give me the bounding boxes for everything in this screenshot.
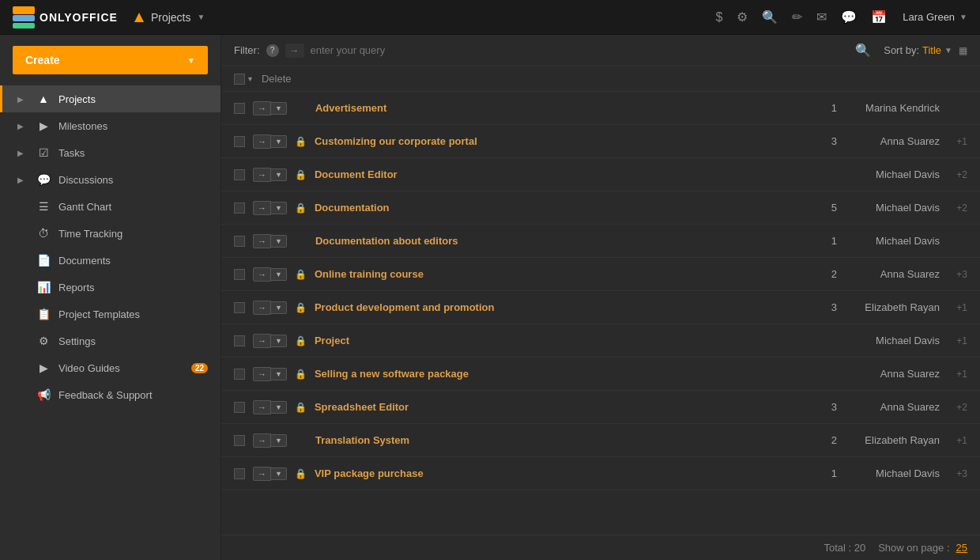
- row-checkbox[interactable]: [234, 202, 245, 214]
- edit-icon[interactable]: ✏: [792, 9, 802, 25]
- row-menu-button[interactable]: ▼: [271, 202, 287, 214]
- row-goto-button[interactable]: →: [253, 101, 271, 115]
- row-actions: → ▼: [253, 101, 287, 115]
- sidebar-item-reports[interactable]: 📊 Reports: [0, 274, 220, 301]
- filter-arrow-btn[interactable]: →: [285, 44, 304, 58]
- project-name[interactable]: Project: [315, 335, 805, 346]
- filter-input[interactable]: [311, 44, 850, 56]
- project-name[interactable]: Spreadsheet Editor: [315, 401, 805, 413]
- row-checkbox[interactable]: [234, 369, 245, 380]
- project-name[interactable]: Translation System: [315, 434, 805, 446]
- row-checkbox[interactable]: [234, 236, 245, 247]
- row-checkbox[interactable]: [234, 269, 245, 280]
- lock-icon: 🔒: [295, 369, 307, 380]
- project-row[interactable]: → ▼ 🔒Product development and promotion3E…: [221, 291, 980, 324]
- project-name[interactable]: Document Editor: [315, 168, 805, 180]
- row-goto-button[interactable]: →: [253, 134, 271, 149]
- sort-dropdown-arrow[interactable]: ▼: [944, 46, 952, 55]
- calendar-icon[interactable]: 📅: [871, 9, 887, 25]
- delete-button[interactable]: Delete: [262, 73, 292, 85]
- select-all-dropdown[interactable]: ▼: [247, 75, 254, 83]
- create-button[interactable]: Create ▼: [13, 46, 208, 74]
- row-goto-button[interactable]: →: [253, 301, 271, 315]
- chat-icon[interactable]: 💬: [841, 9, 857, 25]
- extra-count: +3: [948, 269, 967, 280]
- row-checkbox[interactable]: [234, 435, 245, 446]
- project-name[interactable]: Selling a new software package: [315, 368, 805, 380]
- row-checkbox[interactable]: [234, 169, 245, 180]
- sidebar-item-feedback[interactable]: 📢 Feedback & Support: [0, 381, 220, 408]
- row-goto-button[interactable]: →: [253, 168, 271, 182]
- page-count[interactable]: 25: [956, 542, 967, 554]
- row-checkbox[interactable]: [234, 103, 245, 114]
- row-menu-button[interactable]: ▼: [271, 268, 287, 281]
- select-all-checkbox[interactable]: [234, 74, 245, 85]
- row-menu-button[interactable]: ▼: [271, 368, 287, 380]
- settings-icon[interactable]: ⚙: [737, 9, 748, 25]
- nav-projects-button[interactable]: Projects ▼: [134, 11, 205, 24]
- row-goto-button[interactable]: →: [253, 267, 271, 282]
- project-row[interactable]: → ▼ Translation System2Elizabeth Rayan+1: [221, 424, 980, 457]
- sidebar-item-documents[interactable]: 📄 Documents: [0, 247, 220, 274]
- sidebar-item-projects[interactable]: ▶ ▲ Projects: [0, 85, 220, 112]
- row-goto-button[interactable]: →: [253, 433, 271, 448]
- row-goto-button[interactable]: →: [253, 234, 271, 248]
- sidebar-item-time-tracking[interactable]: ⏱ Time Tracking: [0, 220, 220, 247]
- sidebar-item-milestones[interactable]: ▶ ▶ Milestones: [0, 112, 220, 139]
- sidebar-item-gantt[interactable]: ☰ Gantt Chart: [0, 193, 220, 220]
- project-row[interactable]: → ▼ 🔒Document EditorMichael Davis+2: [221, 158, 980, 191]
- filter-help-icon[interactable]: ?: [266, 44, 279, 57]
- mail-icon[interactable]: ✉: [816, 9, 827, 25]
- sidebar-item-project-templates[interactable]: 📋 Project Templates: [0, 301, 220, 327]
- project-row[interactable]: → ▼ 🔒Selling a new software packageAnna …: [221, 358, 980, 391]
- project-name[interactable]: Online training course: [315, 268, 805, 280]
- project-row[interactable]: → ▼ 🔒Spreadsheet Editor3Anna Suarez+2: [221, 391, 980, 424]
- user-area[interactable]: Lara Green ▼: [903, 11, 967, 23]
- row-menu-button[interactable]: ▼: [271, 102, 287, 115]
- project-row[interactable]: → ▼ 🔒Online training course2Anna Suarez+…: [221, 258, 980, 291]
- row-goto-button[interactable]: →: [253, 334, 271, 348]
- project-name[interactable]: Documentation about editors: [315, 235, 805, 247]
- row-menu-button[interactable]: ▼: [271, 135, 287, 148]
- row-goto-button[interactable]: →: [253, 400, 271, 414]
- dollar-icon[interactable]: $: [715, 10, 722, 25]
- row-menu-button[interactable]: ▼: [271, 168, 287, 181]
- lock-icon: 🔒: [295, 136, 307, 147]
- sidebar-item-settings[interactable]: ⚙ Settings: [0, 327, 220, 354]
- sidebar-item-discussions[interactable]: ▶ 💬 Discussions: [0, 166, 220, 193]
- project-name[interactable]: Customizing our corporate portal: [315, 135, 805, 147]
- reports-icon: 📊: [36, 281, 51, 293]
- row-checkbox[interactable]: [234, 136, 245, 147]
- row-checkbox[interactable]: [234, 335, 245, 346]
- search-icon[interactable]: 🔍: [762, 9, 778, 25]
- sidebar-item-video-guides[interactable]: ▶ Video Guides 22: [0, 354, 220, 381]
- row-menu-button[interactable]: ▼: [271, 467, 287, 480]
- row-menu-button[interactable]: ▼: [271, 335, 287, 347]
- project-row[interactable]: → ▼ Documentation about editors1Michael …: [221, 225, 980, 258]
- project-row[interactable]: → ▼ Advertisement1Marina Kendrick: [221, 92, 980, 125]
- row-goto-button[interactable]: →: [253, 201, 271, 215]
- row-goto-button[interactable]: →: [253, 467, 271, 481]
- sidebar-item-tasks[interactable]: ▶ ☑ Tasks: [0, 139, 220, 166]
- filter-search-button[interactable]: 🔍: [855, 43, 871, 58]
- sort-columns-icon[interactable]: ▦: [959, 45, 967, 56]
- project-name[interactable]: Advertisement: [315, 102, 805, 114]
- row-checkbox[interactable]: [234, 402, 245, 413]
- row-checkbox[interactable]: [234, 468, 245, 479]
- project-row[interactable]: → ▼ 🔒ProjectMichael Davis+1: [221, 324, 980, 358]
- row-menu-button[interactable]: ▼: [271, 301, 287, 314]
- row-menu-button[interactable]: ▼: [271, 434, 287, 447]
- row-goto-button[interactable]: →: [253, 367, 271, 381]
- row-menu-button[interactable]: ▼: [271, 401, 287, 414]
- project-name[interactable]: Product development and promotion: [315, 301, 805, 313]
- sort-value[interactable]: Title: [922, 44, 941, 56]
- row-checkbox[interactable]: [234, 302, 245, 313]
- project-row[interactable]: → ▼ 🔒Documentation5Michael Davis+2: [221, 191, 980, 225]
- project-row[interactable]: → ▼ 🔒VIP package purchase1Michael Davis+…: [221, 457, 980, 490]
- row-menu-button[interactable]: ▼: [271, 235, 287, 248]
- project-row[interactable]: → ▼ 🔒Customizing our corporate portal3An…: [221, 125, 980, 158]
- project-name[interactable]: Documentation: [315, 202, 805, 214]
- project-name[interactable]: VIP package purchase: [315, 467, 805, 479]
- row-actions: → ▼: [253, 433, 287, 448]
- projects-nav-icon: [134, 12, 145, 23]
